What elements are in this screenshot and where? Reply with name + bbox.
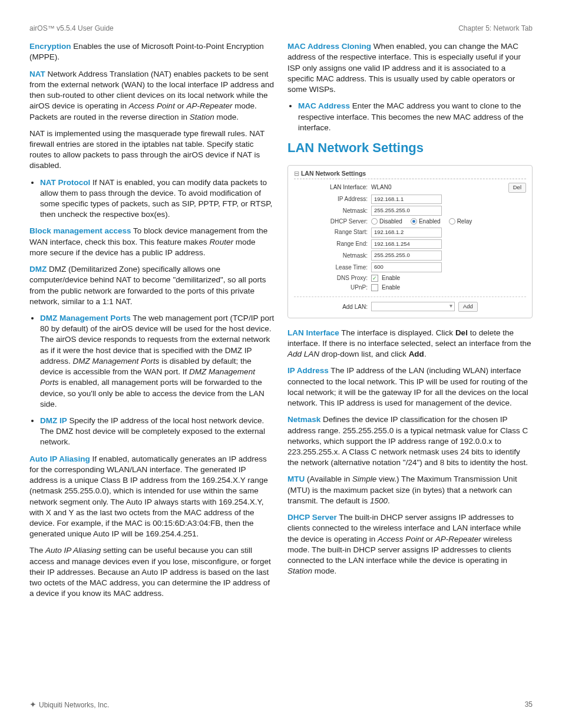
row-ip: IP Address: 192.168.1.1 bbox=[294, 195, 526, 205]
row-dhcp: DHCP Server: Disabled Enabled Relay bbox=[294, 218, 526, 226]
ubiquiti-logo-icon: ✦ bbox=[29, 700, 37, 709]
row-netmask: Netmask: 255.255.255.0 bbox=[294, 206, 526, 216]
range-end-input[interactable]: 192.168.1.254 bbox=[371, 239, 442, 249]
label-encryption: Encryption bbox=[29, 42, 71, 51]
del-button[interactable]: Del bbox=[508, 183, 526, 193]
label-mtu: MTU bbox=[287, 475, 305, 483]
para-lan-if: LAN Interface The interface is displayed… bbox=[287, 328, 533, 360]
para-mac-clone: MAC Address Cloning When enabled, you ca… bbox=[287, 41, 533, 95]
row-add-lan: Add LAN: Add bbox=[294, 302, 526, 312]
li-dmz-ip: DMZ IP Specify the IP address of the loc… bbox=[40, 416, 275, 448]
para-encryption: Encryption Enables the use of Microsoft … bbox=[29, 41, 275, 62]
label-dmz-mgmt: DMZ Management Ports bbox=[40, 314, 131, 322]
para-nat-1: NAT Network Address Translation (NAT) en… bbox=[29, 69, 275, 123]
netmask2-input[interactable]: 255.255.255.0 bbox=[371, 251, 442, 261]
row-dns-proxy: DNS Proxy: Enable bbox=[294, 274, 526, 282]
para-ip: IP Address The IP address of the LAN (in… bbox=[287, 365, 533, 409]
upnp-checkbox[interactable] bbox=[371, 284, 378, 291]
para-dmz: DMZ DMZ (Demilitarized Zone) specificall… bbox=[29, 264, 275, 307]
para-netmask: Netmask Defines the device IP classifica… bbox=[287, 414, 533, 468]
radio-dhcp-disabled[interactable]: Disabled bbox=[371, 218, 402, 226]
label-nat: NAT bbox=[29, 70, 45, 78]
label-dhcp: DHCP Server bbox=[287, 513, 337, 522]
row-upnp: UPnP: Enable bbox=[294, 284, 526, 292]
label-mac-addr: MAC Address bbox=[298, 101, 350, 110]
dns-proxy-checkbox[interactable] bbox=[371, 275, 378, 282]
section-title-lan: LAN Network Settings bbox=[287, 139, 533, 157]
fval-lan-if: WLAN0 bbox=[371, 183, 391, 192]
li-dmz-mgmt: DMZ Management Ports The web management … bbox=[40, 313, 275, 410]
range-start-input[interactable]: 192.168.1.2 bbox=[371, 228, 442, 238]
label-dmz: DMZ bbox=[29, 265, 47, 274]
para-aia-2: The Auto IP Aliasing setting can be usef… bbox=[29, 545, 275, 599]
ip-input[interactable]: 192.168.1.1 bbox=[371, 195, 442, 205]
row-lease-time: Lease Time: 600 bbox=[294, 262, 526, 272]
lease-time-input[interactable]: 600 bbox=[371, 262, 442, 272]
add-lan-select[interactable] bbox=[371, 302, 455, 311]
flabel-lan-if: LAN Interface: bbox=[294, 183, 368, 192]
header-right: Chapter 5: Network Tab bbox=[458, 24, 533, 33]
para-dhcp: DHCP Server The built-in DHCP server ass… bbox=[287, 512, 533, 577]
label-lan-if: LAN Interface bbox=[287, 328, 339, 337]
header-left: airOS™ v5.5.4 User Guide bbox=[29, 24, 114, 33]
para-aia-1: Auto IP Aliasing If enabled, automatical… bbox=[29, 454, 275, 540]
label-bma: Block management access bbox=[29, 226, 131, 235]
label-dmz-ip: DMZ IP bbox=[40, 416, 67, 425]
footer-page-number: 35 bbox=[525, 700, 533, 709]
li-mac-addr: MAC Address Enter the MAC address you wa… bbox=[298, 101, 533, 133]
para-mtu: MTU (Available in Simple view.) The Maxi… bbox=[287, 474, 533, 506]
radio-dhcp-relay[interactable]: Relay bbox=[449, 218, 472, 226]
row-lan-interface: LAN Interface: WLAN0 Del bbox=[294, 183, 526, 193]
para-nat-2: NAT is implemented using the masquerade … bbox=[29, 129, 275, 172]
label-netmask: Netmask bbox=[287, 415, 320, 424]
netmask-input[interactable]: 255.255.255.0 bbox=[371, 206, 442, 216]
li-nat-protocol: NAT Protocol If NAT is enabled, you can … bbox=[40, 177, 275, 220]
label-aia: Auto IP Aliasing bbox=[29, 454, 90, 463]
row-range-start: Range Start: 192.168.1.2 bbox=[294, 228, 526, 238]
label-ip: IP Address bbox=[287, 366, 329, 375]
screenshot-lan-settings: LAN Network Settings LAN Interface: WLAN… bbox=[287, 165, 533, 318]
label-mac-clone: MAC Address Cloning bbox=[287, 42, 371, 51]
footer-company: ✦Ubiquiti Networks, Inc. bbox=[29, 699, 109, 710]
radio-dhcp-enabled[interactable]: Enabled bbox=[411, 218, 441, 226]
label-nat-protocol: NAT Protocol bbox=[40, 178, 90, 187]
left-column: Encryption Enables the use of Microsoft … bbox=[29, 41, 275, 605]
screenshot-title: LAN Network Settings bbox=[294, 169, 526, 179]
right-column: MAC Address Cloning When enabled, you ca… bbox=[287, 41, 533, 605]
para-bma: Block management access To block device … bbox=[29, 226, 275, 258]
row-netmask2: Netmask: 255.255.255.0 bbox=[294, 251, 526, 261]
row-range-end: Range End: 192.168.1.254 bbox=[294, 239, 526, 249]
add-button[interactable]: Add bbox=[458, 302, 478, 312]
page-footer: ✦Ubiquiti Networks, Inc. 35 bbox=[29, 699, 533, 710]
page-header: airOS™ v5.5.4 User Guide Chapter 5: Netw… bbox=[29, 24, 533, 33]
